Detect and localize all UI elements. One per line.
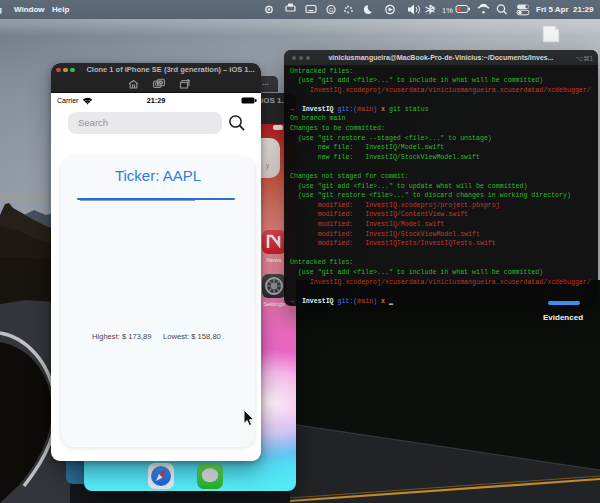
- svg-text:1%: 1%: [442, 6, 453, 15]
- svg-text:G: G: [329, 7, 334, 13]
